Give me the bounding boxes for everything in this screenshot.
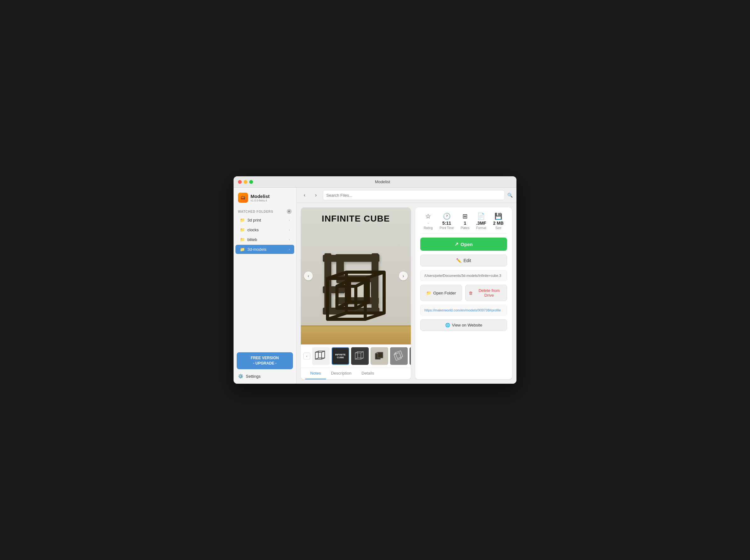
star-icon: ☆	[425, 213, 431, 220]
edit-label: Edit	[463, 258, 471, 263]
upgrade-button[interactable]: FREE VERSION - UPGRADE -	[237, 352, 293, 369]
maximize-button[interactable]	[249, 180, 253, 184]
size-label: Size	[495, 226, 501, 230]
svg-rect-41	[395, 351, 403, 359]
back-button[interactable]: ‹	[300, 191, 309, 200]
sidebar-item-clocks[interactable]: 📁 clocks ›	[235, 225, 294, 235]
prev-image-button[interactable]: ‹	[304, 272, 313, 280]
cube-3d-render	[324, 269, 387, 325]
titlebar: Modelist	[234, 176, 516, 187]
thumbnail-6[interactable]	[410, 347, 411, 365]
sidebar: 🗂 Modelist v1.0.0-beta.4 WATCHED FOLDERS…	[234, 187, 296, 384]
thumbnail-3[interactable]	[351, 347, 369, 365]
stat-plates: ⊞ 1 Plates	[460, 213, 469, 230]
sidebar-item-label: clocks	[248, 227, 289, 232]
tab-details[interactable]: Details	[356, 368, 379, 379]
settings-label: Settings	[246, 374, 261, 379]
model-image: INFINITE CUBE	[301, 207, 411, 344]
image-panel: INFINITE CUBE	[301, 207, 411, 379]
stat-size: 💾 2 MB Size	[493, 213, 504, 230]
svg-rect-40	[394, 353, 401, 360]
sidebar-item-label: 3d print	[248, 218, 289, 222]
sidebar-item-3dmodels[interactable]: 📁 3d-models ›	[235, 245, 294, 254]
action-row: 📁 Open Folder 🗑 Delete from Drive	[420, 285, 507, 301]
file-path: /Users/pete/Documents/3d-models/Infinite…	[420, 270, 507, 281]
tab-notes[interactable]: Notes	[305, 368, 326, 379]
add-folder-button[interactable]: +	[287, 209, 292, 214]
stat-print-time: 🕐 5:11 Print Time	[440, 213, 454, 230]
stats-row: ☆ - Rating 🕐 5:11 Print Time ⊞ 1 Pl	[420, 213, 507, 234]
delete-from-drive-button[interactable]: 🗑 Delete from Drive	[465, 285, 507, 301]
disk-icon: 💾	[494, 213, 502, 220]
format-label: Format	[476, 226, 486, 230]
thumbnail-5[interactable]	[390, 347, 408, 365]
stat-format: 📄 .3MF Format	[476, 213, 486, 230]
thumbnail-4[interactable]	[371, 347, 388, 365]
pencil-icon: ✏️	[456, 258, 461, 263]
traffic-lights	[238, 180, 253, 184]
svg-rect-38	[378, 352, 383, 358]
open-label: Open	[460, 242, 472, 247]
rating-value: -	[428, 221, 429, 226]
settings-item[interactable]: ⚙️ Settings	[234, 372, 296, 381]
rating-label: Rating	[424, 226, 433, 230]
open-folder-button[interactable]: 📁 Open Folder	[420, 285, 462, 301]
folder-icon: 📁	[240, 237, 245, 242]
chevron-right-icon: ›	[289, 228, 290, 232]
app-logo-icon: 🗂	[238, 193, 248, 203]
app-window: Modelist 🗂 Modelist v1.0.0-beta.4 WATCHE…	[234, 176, 516, 384]
thumbnails-prev-button[interactable]: ‹	[303, 353, 310, 360]
search-button[interactable]: 🔍	[507, 193, 513, 198]
folder-icon: 📁	[426, 291, 431, 295]
logo-text: Modelist v1.0.0-beta.4	[251, 194, 270, 202]
chevron-right-icon: ›	[289, 238, 290, 241]
app-name: Modelist	[251, 194, 270, 199]
format-value: .3MF	[476, 221, 486, 226]
search-input[interactable]	[326, 193, 501, 198]
svg-rect-31	[355, 353, 361, 359]
open-icon: ↗	[455, 241, 459, 247]
app-version: v1.0.0-beta.4	[251, 199, 270, 202]
view-on-website-button[interactable]: 🌐 View on Website	[420, 319, 507, 331]
svg-rect-32	[358, 352, 363, 358]
sidebar-logo: 🗂 Modelist v1.0.0-beta.4	[234, 187, 296, 206]
size-value: 2 MB	[493, 221, 504, 226]
folder-icon: 📁	[240, 247, 245, 252]
tabs-bar: Notes Description Details	[301, 367, 411, 379]
open-folder-label: Open Folder	[433, 291, 456, 295]
print-time-label: Print Time	[440, 226, 454, 230]
chevron-right-icon: ›	[289, 218, 290, 222]
plates-icon: ⊞	[462, 213, 468, 220]
right-panel: ☆ - Rating 🕐 5:11 Print Time ⊞ 1 Pl	[415, 207, 512, 379]
sidebar-item-bliteb[interactable]: 📁 bliteb ›	[235, 235, 294, 244]
view-website-label: View on Website	[452, 323, 482, 327]
open-button[interactable]: ↗ Open	[420, 238, 507, 251]
gear-icon: ⚙️	[238, 374, 243, 379]
thumbnails-strip: ‹	[301, 344, 411, 367]
sidebar-item-label: 3d-models	[248, 247, 289, 252]
thumbnail-2[interactable]: INFINITECUBE	[332, 347, 349, 365]
main-image-container: INFINITE CUBE	[301, 207, 411, 344]
url-field: https://makerworld.com/en/models/909738#…	[420, 305, 507, 316]
edit-button[interactable]: ✏️ Edit	[420, 255, 507, 266]
folder-icon: 📁	[240, 218, 245, 222]
plates-value: 1	[463, 221, 466, 226]
search-bar	[323, 190, 505, 200]
stat-rating: ☆ - Rating	[424, 213, 433, 230]
content-area: INFINITE CUBE	[296, 203, 516, 384]
svg-rect-9	[335, 254, 379, 262]
close-button[interactable]	[238, 180, 242, 184]
sidebar-item-3dprint[interactable]: 📁 3d print ›	[235, 216, 294, 225]
folder-icon: 📁	[240, 227, 245, 232]
thumbnail-1[interactable]	[312, 347, 330, 365]
minimize-button[interactable]	[243, 180, 248, 184]
file-icon: 📄	[477, 213, 485, 220]
watched-folders-label: WATCHED FOLDERS +	[234, 206, 296, 215]
forward-button[interactable]: ›	[312, 191, 320, 200]
next-image-button[interactable]: ›	[399, 272, 408, 280]
window-title: Modelist	[253, 179, 512, 184]
app-body: 🗂 Modelist v1.0.0-beta.4 WATCHED FOLDERS…	[234, 187, 516, 384]
tab-description[interactable]: Description	[326, 368, 356, 379]
plates-label: Plates	[460, 226, 469, 230]
print-time-value: 5:11	[442, 221, 451, 226]
